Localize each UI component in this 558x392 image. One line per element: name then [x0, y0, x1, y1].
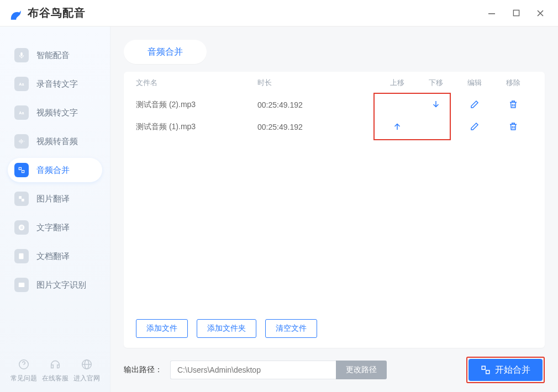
- tab-audio-merge[interactable]: 音频合并: [124, 40, 207, 64]
- sidebar-item-label: 文档翻译: [36, 251, 70, 262]
- path-group: 更改路径: [170, 361, 387, 379]
- svg-text:Aa: Aa: [19, 82, 24, 86]
- sidebar-item-image-translate[interactable]: 图片翻译: [8, 187, 102, 211]
- logo-icon: [8, 6, 23, 21]
- th-duration: 时长: [257, 78, 378, 88]
- aa-icon: Aa: [14, 105, 29, 120]
- cell-duration: 00:25:49.192: [257, 123, 378, 131]
- sidebar-item-audio-merge[interactable]: 音频合并: [8, 158, 102, 182]
- minimize-button[interactable]: [487, 9, 496, 18]
- svg-rect-5: [19, 167, 21, 169]
- output-path-label: 输出路径：: [124, 365, 162, 375]
- movedown-button[interactable]: [430, 99, 441, 110]
- sidebar-menu: 智能配音 Aa 录音转文字 Aa 视频转文字 视频转音频 音频合并: [0, 27, 110, 297]
- delete-button[interactable]: [508, 99, 519, 110]
- sidebar: 智能配音 Aa 录音转文字 Aa 视频转文字 视频转音频 音频合并: [0, 27, 110, 392]
- titlebar: 布谷鸟配音: [0, 0, 558, 27]
- edit-button[interactable]: [469, 121, 480, 132]
- sidebar-item-label: 视频转音频: [36, 136, 78, 147]
- output-path-input[interactable]: [170, 361, 336, 379]
- mic-icon: [14, 48, 29, 62]
- website-label: 进入官网: [73, 374, 100, 383]
- svg-rect-14: [482, 366, 485, 369]
- website-button[interactable]: 进入官网: [73, 358, 100, 383]
- sidebar-item-audio2text[interactable]: Aa 录音转文字: [8, 72, 102, 96]
- translate-icon: 译: [14, 220, 29, 235]
- sidebar-item-doc-translate[interactable]: 文档翻译: [8, 244, 102, 268]
- sidebar-bottom: 常见问题 在线客服 进入官网: [0, 358, 110, 392]
- th-edit: 编辑: [455, 78, 494, 88]
- app-window: 布谷鸟配音 智能配音 Aa 录音转文字 Aa 视频转文字: [0, 0, 558, 392]
- brand: 布谷鸟配音: [0, 6, 86, 21]
- faq-label: 常见问题: [10, 374, 37, 383]
- aa-icon: Aa: [14, 77, 29, 91]
- svg-point-0: [18, 9, 19, 11]
- sidebar-item-label: 音频合并: [36, 165, 70, 176]
- close-button[interactable]: [536, 9, 545, 18]
- table-body: 测试音频 (2).mp3 00:25:49.192: [124, 94, 545, 138]
- support-label: 在线客服: [42, 374, 69, 383]
- svg-rect-9: [19, 253, 23, 259]
- svg-rect-6: [22, 171, 24, 173]
- svg-rect-2: [513, 10, 519, 15]
- wave-icon: [14, 134, 29, 149]
- merge-icon: [481, 365, 491, 375]
- tab-label: 音频合并: [148, 46, 183, 58]
- ocr-icon: [14, 278, 29, 292]
- svg-text:Aa: Aa: [19, 111, 24, 115]
- sidebar-item-video2text[interactable]: Aa 视频转文字: [8, 100, 102, 125]
- moveup-button[interactable]: [392, 121, 403, 132]
- th-moveup: 上移: [378, 78, 417, 88]
- svg-rect-10: [19, 283, 25, 287]
- window-controls: [487, 9, 558, 18]
- support-button[interactable]: 在线客服: [42, 358, 69, 383]
- svg-text:译: 译: [20, 226, 23, 229]
- cell-filename: 测试音频 (2).mp3: [136, 100, 257, 110]
- maximize-button[interactable]: [512, 9, 520, 18]
- sidebar-item-label: 录音转文字: [36, 79, 78, 89]
- tab-row: 音频合并: [124, 40, 545, 64]
- sidebar-item-smart-dub[interactable]: 智能配音: [8, 43, 102, 67]
- sidebar-item-label: 文字翻译: [36, 223, 70, 233]
- file-panel: 文件名 时长 上移 下移 编辑 移除 测试音频 (2).mp3 00:25:49…: [124, 72, 545, 348]
- svg-rect-1: [488, 13, 495, 14]
- clear-files-button[interactable]: 清空文件: [265, 319, 317, 338]
- table-row: 测试音频 (2).mp3 00:25:49.192: [136, 94, 533, 116]
- faq-button[interactable]: 常见问题: [10, 358, 37, 383]
- add-file-button[interactable]: 添加文件: [136, 319, 188, 338]
- th-remove: 移除: [494, 78, 533, 88]
- start-label: 开始合并: [495, 364, 530, 376]
- sidebar-item-label: 视频转文字: [36, 108, 78, 118]
- globe-icon: [81, 358, 93, 370]
- translate-icon: [14, 192, 29, 206]
- sidebar-item-video2audio[interactable]: 视频转音频: [8, 129, 102, 153]
- add-folder-button[interactable]: 添加文件夹: [197, 319, 256, 338]
- delete-button[interactable]: [508, 121, 519, 132]
- annotation-highlight: 开始合并: [466, 357, 545, 383]
- sidebar-item-label: 图片翻译: [36, 194, 70, 204]
- svg-rect-15: [486, 370, 489, 374]
- app-title: 布谷鸟配音: [28, 6, 86, 20]
- change-path-button[interactable]: 更改路径: [336, 361, 387, 379]
- th-filename: 文件名: [136, 78, 257, 88]
- th-movedown: 下移: [417, 78, 455, 88]
- help-icon: [18, 358, 30, 370]
- sidebar-item-label: 图片文字识别: [36, 280, 86, 290]
- cell-duration: 00:25:49.192: [257, 100, 378, 109]
- translate-icon: [14, 249, 29, 263]
- headset-icon: [49, 358, 61, 370]
- table-row: 测试音频 (1).mp3 00:25:49.192: [136, 116, 533, 138]
- sidebar-item-label: 智能配音: [36, 50, 70, 61]
- sidebar-item-text-translate[interactable]: 译 文字翻译: [8, 215, 102, 240]
- sidebar-item-ocr[interactable]: 图片文字识别: [8, 273, 102, 297]
- main-area: 音频合并 文件名 时长 上移 下移 编辑 移除 测试音频 (2).mp3 00:…: [110, 27, 558, 392]
- merge-icon: [14, 163, 29, 177]
- table-header: 文件名 时长 上移 下移 编辑 移除: [124, 72, 545, 94]
- footer: 输出路径： 更改路径 开始合并: [124, 348, 545, 383]
- edit-button[interactable]: [469, 99, 480, 110]
- cell-filename: 测试音频 (1).mp3: [136, 122, 257, 132]
- panel-actions: 添加文件 添加文件夹 清空文件: [124, 319, 545, 348]
- start-merge-button[interactable]: 开始合并: [468, 359, 543, 381]
